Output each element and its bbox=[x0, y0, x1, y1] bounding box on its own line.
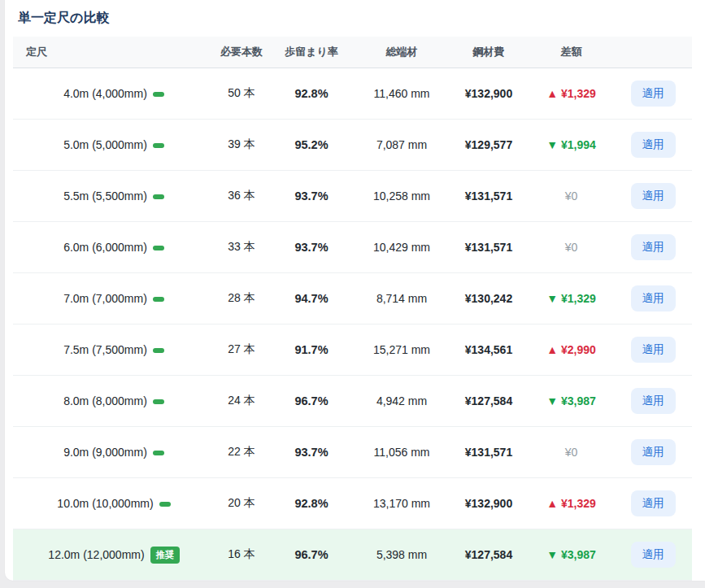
yield-cell: 93.7% bbox=[268, 222, 355, 273]
diff-cell: ▲ ¥1,329 bbox=[529, 478, 614, 529]
recommended-badge bbox=[153, 451, 164, 455]
count-cell: 22 本 bbox=[215, 427, 268, 478]
single-length-comparison-table: 定尺 必要本数 歩留まり率 総端材 鋼材費 差額 4.0m (4,000mm) … bbox=[13, 37, 692, 581]
scrap-cell: 7,087 mm bbox=[355, 120, 449, 171]
scrap-cell: 4,942 mm bbox=[355, 376, 449, 427]
recommended-badge bbox=[153, 297, 164, 302]
cost-cell: ¥132,900 bbox=[449, 68, 529, 120]
cost-cell: ¥127,584 bbox=[449, 376, 529, 427]
recommended-badge bbox=[153, 92, 164, 97]
diff-cell: ¥0 bbox=[529, 427, 614, 478]
column-header-diff: 差額 bbox=[529, 37, 614, 68]
apply-button[interactable]: 適用 bbox=[631, 234, 676, 260]
yield-cell: 92.8% bbox=[268, 478, 355, 529]
count-cell: 20 本 bbox=[215, 478, 268, 529]
diff-cell: ▼ ¥1,329 bbox=[529, 273, 614, 324]
recommended-badge bbox=[153, 399, 164, 404]
scrap-cell: 10,258 mm bbox=[355, 171, 449, 222]
length-label: 12.0m (12,000mm) bbox=[48, 548, 144, 561]
count-cell: 33 本 bbox=[215, 222, 268, 273]
cost-cell: ¥131,571 bbox=[449, 222, 529, 273]
length-label: 6.0m (6,000mm) bbox=[63, 241, 147, 254]
length-label: 7.0m (7,000mm) bbox=[63, 292, 147, 305]
yield-cell: 94.7% bbox=[268, 273, 355, 324]
scrap-cell: 5,398 mm bbox=[355, 529, 449, 581]
diff-cell: ¥0 bbox=[529, 222, 614, 273]
yield-cell: 91.7% bbox=[268, 324, 355, 376]
length-label: 5.0m (5,000mm) bbox=[63, 138, 147, 151]
apply-button[interactable]: 適用 bbox=[631, 81, 676, 107]
apply-button[interactable]: 適用 bbox=[631, 388, 676, 414]
count-cell: 50 本 bbox=[215, 68, 268, 120]
diff-cell: ▼ ¥3,987 bbox=[529, 376, 614, 427]
recommended-badge bbox=[153, 143, 164, 148]
count-cell: 24 本 bbox=[215, 376, 268, 427]
column-header-yield: 歩留まり率 bbox=[268, 37, 355, 68]
table-row: 8.0m (8,000mm) 24 本 96.7% 4,942 mm ¥127,… bbox=[13, 376, 692, 427]
table-header-row: 定尺 必要本数 歩留まり率 総端材 鋼材費 差額 bbox=[13, 37, 692, 68]
table-row: 7.0m (7,000mm) 28 本 94.7% 8,714 mm ¥130,… bbox=[13, 273, 692, 324]
yield-cell: 93.7% bbox=[268, 171, 355, 222]
yield-cell: 96.7% bbox=[268, 376, 355, 427]
scrap-cell: 15,271 mm bbox=[355, 324, 449, 376]
cost-cell: ¥132,900 bbox=[449, 478, 529, 529]
recommended-badge bbox=[153, 348, 164, 353]
column-header-scrap: 総端材 bbox=[355, 37, 449, 68]
diff-cell: ▼ ¥3,987 bbox=[529, 529, 614, 581]
apply-button[interactable]: 適用 bbox=[631, 542, 676, 568]
length-label: 9.0m (9,000mm) bbox=[63, 446, 147, 459]
column-header-action bbox=[614, 37, 692, 68]
length-label: 10.0m (10,000mm) bbox=[57, 497, 153, 510]
cost-cell: ¥131,571 bbox=[449, 171, 529, 222]
recommended-badge bbox=[153, 194, 164, 199]
results-card: 単一定尺の比較 定尺 必要本数 歩留まり率 総端材 鋼材費 差額 4.0m (4… bbox=[5, 0, 705, 581]
diff-cell: ▲ ¥2,990 bbox=[529, 324, 614, 376]
length-label: 5.5m (5,500mm) bbox=[63, 189, 147, 203]
scrap-cell: 11,056 mm bbox=[355, 427, 449, 478]
cost-cell: ¥130,242 bbox=[449, 273, 529, 324]
yield-cell: 96.7% bbox=[268, 529, 355, 581]
yield-cell: 92.8% bbox=[268, 68, 355, 120]
apply-button[interactable]: 適用 bbox=[631, 337, 676, 363]
yield-cell: 93.7% bbox=[268, 427, 355, 478]
table-row: 10.0m (10,000mm) 20 本 92.8% 13,170 mm ¥1… bbox=[13, 478, 692, 529]
recommended-badge bbox=[153, 246, 164, 250]
length-label: 7.5m (7,500mm) bbox=[63, 343, 147, 356]
table-row: 4.0m (4,000mm) 50 本 92.8% 11,460 mm ¥132… bbox=[13, 68, 692, 120]
table-row: 9.0m (9,000mm) 22 本 93.7% 11,056 mm ¥131… bbox=[13, 427, 692, 478]
apply-button[interactable]: 適用 bbox=[631, 285, 676, 311]
length-label: 4.0m (4,000mm) bbox=[63, 87, 147, 100]
count-cell: 36 本 bbox=[215, 171, 268, 222]
cost-cell: ¥134,561 bbox=[449, 324, 529, 376]
apply-button[interactable]: 適用 bbox=[631, 490, 676, 516]
table-row: 12.0m (12,000mm)推奨 16 本 96.7% 5,398 mm ¥… bbox=[13, 529, 692, 581]
diff-cell: ¥0 bbox=[529, 171, 614, 222]
yield-cell: 95.2% bbox=[268, 120, 355, 171]
column-header-count: 必要本数 bbox=[215, 37, 268, 68]
count-cell: 16 本 bbox=[215, 529, 268, 581]
recommended-badge: 推奨 bbox=[150, 547, 180, 564]
apply-button[interactable]: 適用 bbox=[631, 132, 676, 158]
count-cell: 28 本 bbox=[215, 273, 268, 324]
column-header-cost: 鋼材費 bbox=[449, 37, 529, 68]
cost-cell: ¥127,584 bbox=[449, 529, 529, 581]
diff-cell: ▼ ¥1,994 bbox=[529, 120, 614, 171]
cost-cell: ¥131,571 bbox=[449, 427, 529, 478]
scrap-cell: 13,170 mm bbox=[355, 478, 449, 529]
scrap-cell: 11,460 mm bbox=[355, 68, 449, 120]
column-header-length: 定尺 bbox=[13, 37, 215, 68]
table-row: 5.5m (5,500mm) 36 本 93.7% 10,258 mm ¥131… bbox=[13, 171, 692, 222]
scrap-cell: 8,714 mm bbox=[355, 273, 449, 324]
apply-button[interactable]: 適用 bbox=[631, 439, 676, 465]
table-row: 5.0m (5,000mm) 39 本 95.2% 7,087 mm ¥129,… bbox=[13, 120, 692, 171]
table-row: 6.0m (6,000mm) 33 本 93.7% 10,429 mm ¥131… bbox=[13, 222, 692, 273]
length-label: 8.0m (8,000mm) bbox=[63, 394, 147, 407]
recommended-badge bbox=[159, 502, 171, 507]
scrap-cell: 10,429 mm bbox=[355, 222, 449, 273]
apply-button[interactable]: 適用 bbox=[631, 183, 676, 209]
count-cell: 27 本 bbox=[215, 324, 268, 376]
table-row: 7.5m (7,500mm) 27 本 91.7% 15,271 mm ¥134… bbox=[13, 324, 692, 376]
single-length-section-title: 単一定尺の比較 bbox=[18, 10, 692, 27]
diff-cell: ▲ ¥1,329 bbox=[529, 68, 614, 120]
cost-cell: ¥129,577 bbox=[449, 120, 529, 171]
